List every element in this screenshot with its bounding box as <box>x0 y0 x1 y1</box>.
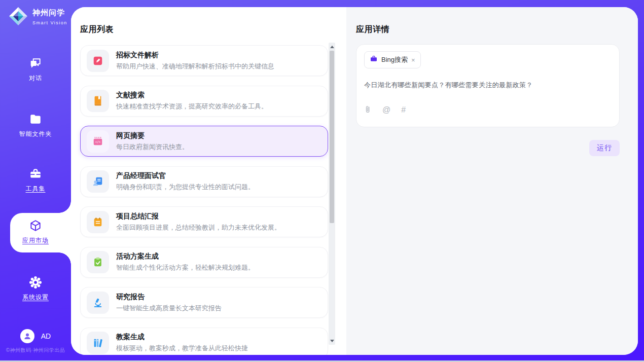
app-card-pm-interviewer[interactable]: 产品经理面试官 明确身份和职责，为您提供专业性的面试问题。 <box>80 166 328 197</box>
app-card-desc: 快速精准查找学术资源，提高研究效率的必备工具。 <box>116 102 268 111</box>
scroll-up-icon[interactable] <box>329 44 335 50</box>
hash-icon[interactable]: # <box>401 106 406 114</box>
user-row[interactable]: AD <box>0 329 71 343</box>
app-card-desc: 帮助用户快速、准确地理解和解析招标书中的关键信息 <box>116 62 274 71</box>
app-card-title: 网页摘要 <box>116 131 189 140</box>
app-card-desc: 明确身份和职责，为您提供专业性的面试问题。 <box>116 183 255 192</box>
toolbox-icon <box>29 167 42 180</box>
app-card-desc: 智能生成个性化活动方案，轻松解决规划难题。 <box>116 263 255 272</box>
app-card-title: 研究报告 <box>116 293 222 302</box>
chat-icon <box>29 57 42 70</box>
app-detail-panel: 应用详情 Bing搜索 × 今日湖北有哪些新闻要点？有哪些需要关注的最新政策？ <box>346 7 638 355</box>
sidebar-item-settings[interactable]: 系统设置 <box>0 276 71 302</box>
edit-square-icon <box>87 50 109 72</box>
app-list-panel: 应用列表 招标文件解析 帮助用户快速、准确地理解和解析招标书中的关键信息 <box>71 7 346 355</box>
diamond-logo-icon <box>8 6 28 28</box>
prompt-text[interactable]: 今日湖北有哪些新闻要点？有哪些需要关注的最新政策？ <box>364 81 612 90</box>
app-card-desc: 模板驱动，教案秒成，教学准备从此轻松快捷 <box>116 344 248 353</box>
sidebar-item-folders[interactable]: 智能文件夹 <box>0 113 71 138</box>
clipboard-check-icon <box>87 251 109 273</box>
app-card-title: 招标文件解析 <box>116 51 274 60</box>
svg-text:</>: </> <box>95 140 101 143</box>
at-icon[interactable]: @ <box>382 106 390 114</box>
app-card-desc: 全面回顾项目进展，总结经验教训，助力未来优化发展。 <box>116 223 281 232</box>
app-card-title: 项目总结汇报 <box>116 212 281 221</box>
app-card-desc: 一键智能生成高质量长文本研究报告 <box>116 304 222 313</box>
tool-chip-bing-search[interactable]: Bing搜索 × <box>364 51 421 68</box>
folder-icon <box>29 113 42 126</box>
scrollbar-thumb[interactable] <box>330 51 334 223</box>
brand-tagline: Smart Vision <box>32 20 67 25</box>
app-card-list: 招标文件解析 帮助用户快速、准确地理解和解析招标书中的关键信息 文献搜索 快速精… <box>80 45 328 355</box>
note-icon <box>87 211 109 233</box>
book-icon <box>87 90 109 112</box>
app-card-desc: 每日政府新闻资讯快查。 <box>116 142 189 152</box>
app-card-project-summary[interactable]: 项目总结汇报 全面回顾项目进展，总结经验教训，助力未来优化发展。 <box>80 206 328 237</box>
sidebar-item-app-market[interactable]: 应用市场 <box>0 219 71 245</box>
books-icon <box>87 332 109 354</box>
run-button[interactable]: 运行 <box>589 140 620 156</box>
sidebar-item-label: 对话 <box>29 75 42 82</box>
app-card-web-summary[interactable]: </> 网页摘要 每日政府新闻资讯快查。 <box>80 126 328 157</box>
app-card-literature-search[interactable]: 文献搜索 快速精准查找学术资源，提高研究效率的必备工具。 <box>80 86 328 117</box>
sidebar-item-label: 工具集 <box>26 185 46 192</box>
app-card-title: 教案生成 <box>116 333 248 342</box>
main-content: 应用列表 招标文件解析 帮助用户快速、准确地理解和解析招标书中的关键信息 <box>71 7 638 355</box>
app-card-title: 活动方案生成 <box>116 252 255 261</box>
cube-icon <box>29 219 42 232</box>
sidebar-item-label: 智能文件夹 <box>19 130 52 137</box>
app-list-title: 应用列表 <box>80 24 337 35</box>
input-toolbar: @ # <box>364 105 612 115</box>
interviewer-icon <box>87 170 109 193</box>
paperclip-icon[interactable] <box>364 105 372 115</box>
app-card-bid-analysis[interactable]: 招标文件解析 帮助用户快速、准确地理解和解析招标书中的关键信息 <box>80 45 328 76</box>
sidebar-item-label: 应用市场 <box>22 237 49 244</box>
browser-code-icon: </> <box>87 130 109 153</box>
app-card-title: 文献搜索 <box>116 91 268 100</box>
sidebar-item-chat[interactable]: 对话 <box>0 57 71 83</box>
microscope-icon <box>87 292 109 314</box>
user-name: AD <box>41 332 51 340</box>
scroll-down-icon[interactable] <box>329 338 335 344</box>
sidebar: 神州问学 Smart Vision 对话 智能文件夹 <box>0 0 71 362</box>
tool-chip-label: Bing搜索 <box>381 55 408 64</box>
app-list-scrollbar[interactable] <box>329 43 335 345</box>
app-card-title: 产品经理面试官 <box>116 171 255 180</box>
sidebar-item-toolset[interactable]: 工具集 <box>0 167 71 193</box>
brand-name: 神州问学 <box>32 8 65 17</box>
brand: 神州问学 Smart Vision <box>8 6 67 28</box>
app-detail-title: 应用详情 <box>356 24 620 35</box>
sidebar-item-label: 系统设置 <box>22 294 49 301</box>
gear-icon <box>29 276 42 289</box>
prompt-input[interactable]: Bing搜索 × 今日湖北有哪些新闻要点？有哪些需要关注的最新政策？ @ # <box>356 44 620 127</box>
app-card-lesson-plan[interactable]: 教案生成 模板驱动，教案秒成，教学准备从此轻松快捷 <box>80 328 328 355</box>
copyright: ©神州数码·神州问学出品 <box>0 347 71 354</box>
briefcase-icon <box>370 55 378 65</box>
avatar <box>20 329 34 343</box>
close-icon[interactable]: × <box>411 57 415 63</box>
app-card-event-plan[interactable]: 活动方案生成 智能生成个性化活动方案，轻松解决规划难题。 <box>80 247 328 278</box>
app-card-research-report[interactable]: 研究报告 一键智能生成高质量长文本研究报告 <box>80 287 328 318</box>
